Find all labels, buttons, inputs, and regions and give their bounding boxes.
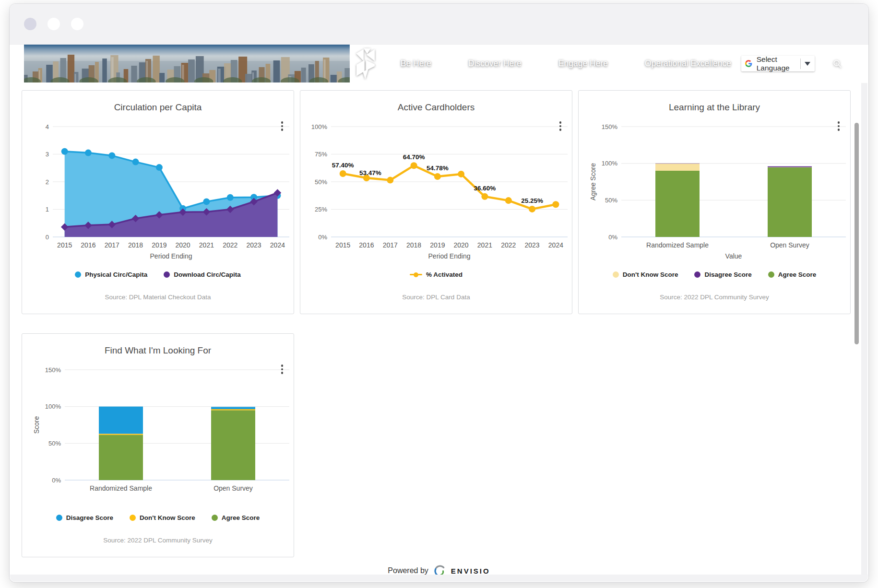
scrollbar-thumb[interactable] [854,123,859,344]
area-chart-canvas: 0123420152016201720182019202020212022202… [26,115,289,264]
legend-marker [75,271,81,278]
svg-text:57.40%: 57.40% [332,162,354,169]
svg-text:3: 3 [46,151,49,158]
card-circulation-per-capita: Circulation per Capita 01234201520162017… [22,90,294,314]
svg-text:Value: Value [725,252,742,260]
svg-text:25.25%: 25.25% [521,197,543,204]
svg-text:4: 4 [46,123,49,130]
svg-text:0%: 0% [608,234,617,241]
chevron-down-icon [736,62,741,66]
chart-title: Find What I'm Looking For [105,345,211,356]
svg-text:2017: 2017 [383,241,398,249]
cards-row-2: Find What I'm Looking For 0%50%100%150%S… [22,333,868,557]
horizontal-scrollbar-track [10,575,868,582]
svg-text:2016: 2016 [359,241,374,249]
nav-item-label: Be Here [401,59,431,69]
chevron-down-icon [526,62,532,66]
window-control-close[interactable] [24,18,36,30]
skyline-photo [24,45,350,82]
svg-text:2024: 2024 [270,241,285,249]
svg-text:36.60%: 36.60% [474,185,496,192]
legend-item[interactable]: Don't Know Score [130,514,195,521]
svg-text:53.47%: 53.47% [359,169,381,176]
nav-item-discover-here[interactable]: Discover Here [468,59,532,69]
svg-text:Randomized Sample: Randomized Sample [90,484,152,492]
svg-text:Open Survey: Open Survey [770,241,809,249]
legend-item[interactable]: Don't Know Score [613,271,678,278]
legend-label: % Activated [426,271,463,278]
legend-label: Don't Know Score [140,514,195,521]
legend-label: Disagree Score [704,271,751,278]
envisio-brand-label[interactable]: ENVISIO [451,567,490,575]
card-menu-button[interactable] [834,119,843,133]
card-menu-button[interactable] [556,119,565,133]
google-icon [745,59,752,69]
legend-label: Physical Circ/Capita [85,271,147,278]
card-menu-button[interactable] [277,363,287,376]
chart-source: Source: DPL Material Checkout Data [105,294,211,301]
svg-text:2015: 2015 [57,241,72,249]
window-control-minimize[interactable] [47,18,60,30]
svg-text:100%: 100% [602,160,618,167]
svg-text:2017: 2017 [105,241,119,249]
svg-text:2021: 2021 [477,241,492,249]
svg-text:2018: 2018 [406,241,421,249]
search-icon[interactable] [833,58,842,70]
svg-text:2020: 2020 [454,241,469,249]
svg-text:Period Ending: Period Ending [150,252,192,260]
chart-title: Learning at the Library [669,102,760,113]
chart-source: Source: DPL Card Data [402,294,470,301]
svg-text:2019: 2019 [152,241,166,249]
svg-text:150%: 150% [45,366,61,374]
svg-text:Agree Score: Agree Score [589,163,597,200]
chevron-down-icon [436,62,441,66]
legend-item[interactable]: Agree Score [212,514,260,521]
legend-label: Agree Score [222,514,260,521]
language-selector-label: Select Language [757,55,795,72]
svg-text:2022: 2022 [223,241,237,249]
nav-item-engage-here[interactable]: Engage Here [558,59,618,69]
site-navbar: Be Here Discover Here Engage Here Operat… [10,45,868,82]
dpl-logo[interactable] [350,48,381,80]
svg-text:Open Survey: Open Survey [214,484,253,492]
svg-text:2022: 2022 [501,241,516,249]
line-chart-canvas: 0%25%50%75%100%2015201620172018201920202… [305,115,568,264]
svg-text:50%: 50% [48,440,61,447]
nav-menu: Be Here Discover Here Engage Here Operat… [401,59,741,69]
legend-item[interactable]: Download Circ/Capita [164,271,241,278]
nav-item-label: Engage Here [558,59,608,69]
card-menu-button[interactable] [277,119,287,133]
scrollbar-track [861,83,867,575]
window-control-maximize[interactable] [71,18,83,30]
browser-window: Be Here Discover Here Engage Here Operat… [10,4,868,582]
legend-marker [164,271,170,278]
chart-title: Circulation per Capita [114,102,202,113]
legend-item[interactable]: Disagree Score [694,271,751,278]
svg-text:Period Ending: Period Ending [428,252,471,260]
legend-marker [56,515,62,521]
svg-text:150%: 150% [602,123,618,130]
chart-legend: Physical Circ/CapitaDownload Circ/Capita [75,271,240,278]
powered-by-label: Powered by [388,566,428,575]
nav-item-be-here[interactable]: Be Here [401,59,441,69]
svg-text:2015: 2015 [335,241,350,249]
legend-label: Agree Score [778,271,817,278]
legend-item[interactable]: Disagree Score [56,514,113,521]
legend-marker [694,271,700,278]
legend-item[interactable]: Agree Score [768,271,817,278]
svg-text:1: 1 [46,206,49,213]
svg-text:2016: 2016 [81,241,95,249]
legend-marker [613,271,619,278]
chart-source: Source: 2022 DPL Community Survey [660,294,769,301]
nav-item-operational-excellence[interactable]: Operational Excellence [645,59,741,69]
legend-item[interactable]: % Activated [410,271,463,278]
card-find-what-im-looking-for: Find What I'm Looking For 0%50%100%150%S… [22,333,294,557]
card-learning-at-the-library: Learning at the Library 0%50%100%150%Agr… [578,90,851,314]
nav-right-controls: Select Language [741,56,854,71]
google-translate-selector[interactable]: Select Language [741,56,815,71]
svg-text:Randomized Sample: Randomized Sample [646,241,709,249]
legend-marker [212,515,218,521]
legend-item[interactable]: Physical Circ/Capita [75,271,147,278]
svg-text:2021: 2021 [199,241,214,249]
svg-text:25%: 25% [315,206,327,213]
